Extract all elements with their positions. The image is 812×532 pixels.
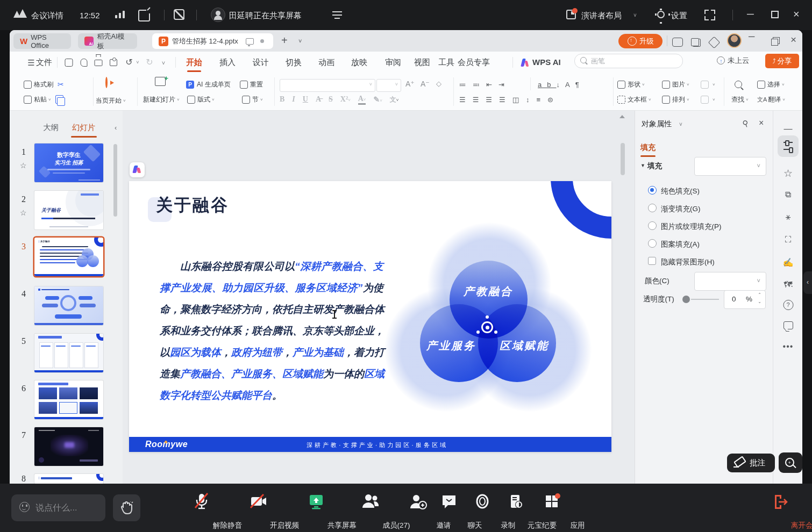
magic-wand-icon[interactable]: ⚹: [786, 212, 791, 222]
translate-button[interactable]: 文A翻译˅: [757, 94, 785, 105]
fullscreen-icon[interactable]: [704, 10, 715, 20]
edge-collapse-tab[interactable]: ‹: [803, 271, 812, 294]
pattern-fill-label[interactable]: 图案填充(A): [661, 240, 700, 249]
star-icon[interactable]: ☆: [20, 209, 27, 217]
settings-gear-icon[interactable]: [656, 9, 666, 20]
menu-design[interactable]: 设计: [253, 57, 269, 68]
spinner-up-icon[interactable]: ⌃: [758, 292, 761, 297]
editor-scrollbar[interactable]: [621, 143, 625, 175]
font-size-select[interactable]: [376, 79, 401, 92]
tab-presentation[interactable]: P 管培生招募 12-4.pptx: [152, 33, 273, 49]
slide-canvas[interactable]: 关于融谷 山东融谷控股有限公司以“深耕产教融合、支 撑产业发展、助力园区升级、服…: [129, 181, 611, 452]
format-brush-button[interactable]: 格式刷 ✂: [24, 78, 64, 90]
spinner-down-icon[interactable]: ⌄: [758, 299, 761, 304]
search-input[interactable]: 画笔: [574, 54, 683, 68]
char-spacing-icon[interactable]: ab: [538, 81, 556, 89]
body-line[interactable]: 命，聚焦数字经济方向，依托自主研发产教融合体: [160, 303, 383, 318]
reset-button[interactable]: 重置: [240, 78, 263, 90]
solid-fill-label[interactable]: 纯色填充(S): [661, 186, 700, 196]
picture-button[interactable]: 图片˅: [662, 78, 689, 90]
ai-generate-button[interactable]: P AI 生成单页: [186, 78, 231, 90]
menu-animation[interactable]: 动画: [318, 57, 334, 68]
slide-thumbnail-1[interactable]: 数字孪生 实习生 招募: [34, 143, 103, 182]
new-slide-button[interactable]: 新建幻灯片˅: [143, 94, 180, 105]
menu-home[interactable]: 开始: [186, 57, 202, 68]
para-settings-icon[interactable]: ¶: [575, 81, 585, 89]
panel-close-icon[interactable]: ×: [759, 118, 764, 128]
increase-font-icon[interactable]: A⁺: [405, 80, 415, 88]
multi-window-icon[interactable]: [691, 36, 699, 52]
wps-close-button[interactable]: ×: [790, 34, 796, 46]
radio-pattern-fill[interactable]: [648, 239, 657, 248]
radio-gradient-fill[interactable]: [648, 204, 657, 212]
collapse-panel-icon[interactable]: —: [784, 124, 793, 134]
maximize-button[interactable]: [771, 11, 779, 18]
panel-caret-icon[interactable]: ˅: [679, 121, 682, 127]
share-screen-icon[interactable]: [138, 10, 150, 21]
slide-thumbnail-8[interactable]: [34, 474, 103, 484]
transparency-slider-track[interactable]: [691, 299, 719, 300]
comment-icon[interactable]: [783, 321, 793, 333]
menu-review[interactable]: 审阅: [385, 57, 401, 68]
find-button[interactable]: 查找˅: [731, 94, 749, 105]
cut-icon[interactable]: ✂: [58, 80, 64, 89]
hide-bg-checkbox[interactable]: [648, 257, 656, 265]
clear-format-icon[interactable]: ◇: [436, 80, 441, 88]
output-icon[interactable]: [81, 57, 88, 65]
tab-wps-office[interactable]: W WPS Office: [13, 33, 71, 49]
align-center-icon[interactable]: ☰: [473, 96, 486, 104]
share-button[interactable]: ⤴分享: [765, 54, 799, 68]
slide-thumbnail-5[interactable]: [34, 334, 103, 372]
leave-meeting-button[interactable]: 离开会议: [754, 492, 806, 511]
layout-button[interactable]: 版式˅: [187, 94, 215, 105]
zoom-search-button[interactable]: [735, 78, 742, 90]
layout-icon[interactable]: [566, 10, 576, 19]
collapse-sidebar-icon[interactable]: ‹: [115, 124, 117, 132]
cube-icon[interactable]: [709, 36, 717, 45]
close-button[interactable]: ×: [793, 8, 800, 20]
layout-selector[interactable]: 演讲者布局: [581, 11, 622, 21]
font-family-select[interactable]: [280, 79, 375, 92]
play-from-page-button[interactable]: 当页开始˅: [96, 95, 126, 106]
para-layout-icon[interactable]: ⊜: [547, 96, 560, 104]
members-button[interactable]: 成员(27): [345, 492, 396, 511]
text-direction-icon[interactable]: ↓A: [556, 81, 575, 89]
user-avatar[interactable]: [727, 33, 742, 48]
body-line[interactable]: 造集产教融合、产业服务、区域赋能为一体的区域: [160, 367, 383, 382]
outdent-icon[interactable]: ⇤: [486, 81, 498, 89]
decrease-font-icon[interactable]: A⁻: [421, 80, 430, 88]
arrange-button[interactable]: 排列˅: [662, 94, 689, 105]
slide-thumbnail-2[interactable]: 关于融谷: [34, 191, 103, 229]
more-options-icon[interactable]: •••: [783, 342, 794, 351]
line-spacing-icon[interactable]: ↕≡: [526, 96, 547, 104]
body-line[interactable]: 数字化转型公共赋能平台。: [160, 389, 383, 404]
picture-fill-label[interactable]: 图片或纹理填充(P): [661, 222, 722, 232]
cloud-status[interactable]: ↑ 未上云: [728, 56, 750, 66]
fill-expand-arrow[interactable]: ▼: [640, 163, 645, 168]
outline-color-button[interactable]: ˅: [701, 94, 715, 105]
slide-title[interactable]: 关于融谷: [156, 194, 229, 217]
new-tab-button[interactable]: +: [281, 34, 288, 47]
underline-icon[interactable]: U: [303, 95, 308, 104]
superscript-icon[interactable]: X²˅: [340, 95, 351, 104]
map-search-icon[interactable]: 🗺: [784, 280, 793, 290]
slide-thumbnail-3[interactable]: 关于融谷: [34, 238, 103, 276]
gradient-fill-label[interactable]: 渐变填充(G): [661, 204, 701, 214]
tab-outline[interactable]: 大纲: [43, 123, 59, 133]
section-button[interactable]: 节˅: [242, 94, 263, 105]
zoom-button[interactable]: +: [779, 452, 802, 473]
redo-icon[interactable]: ↻: [146, 57, 153, 67]
paste-button[interactable]: 粘贴˅: [24, 94, 63, 105]
raise-hand-button[interactable]: [113, 494, 140, 521]
mute-button[interactable]: 解除静音: [176, 492, 227, 512]
pen-book-icon[interactable]: ✍: [783, 257, 794, 268]
menu-tools[interactable]: 工具: [438, 57, 454, 68]
minimize-button[interactable]: ─: [747, 9, 754, 20]
upgrade-button[interactable]: 升级: [618, 34, 663, 48]
menu-view[interactable]: 视图: [414, 57, 430, 68]
help-icon[interactable]: ?: [783, 300, 793, 310]
body-line[interactable]: 系和业务交付体系；联合腾讯、京东等头部企业，: [160, 324, 383, 339]
star-icon[interactable]: ☆: [20, 161, 27, 170]
save-icon[interactable]: [65, 57, 73, 65]
color-select[interactable]: [694, 272, 766, 291]
